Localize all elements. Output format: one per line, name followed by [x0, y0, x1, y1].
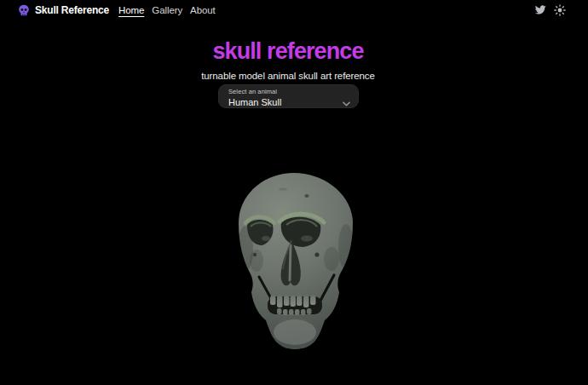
human-skull-model [228, 170, 360, 351]
twitter-link-button[interactable] [534, 5, 546, 15]
hero-section: skull reference turnable model animal sk… [0, 40, 582, 81]
brand[interactable]: Skull Reference [18, 4, 109, 16]
page-subtitle: turnable model animal skull art referenc… [0, 71, 582, 81]
nav-actions [534, 4, 566, 16]
sun-theme-toggle-icon [554, 4, 566, 16]
nav-links: Home Gallery About [118, 5, 216, 15]
top-navbar: Skull Reference Home Gallery About [0, 0, 588, 20]
theme-toggle-button[interactable] [554, 4, 566, 16]
brand-label: Skull Reference [35, 4, 109, 16]
skull-3d-viewer[interactable] [228, 170, 360, 351]
animal-select-value: Human Skull [228, 97, 349, 107]
twitter-icon [534, 5, 546, 15]
animal-select-label: Select an animal [228, 88, 349, 95]
animal-select[interactable]: Select an animal Human Skull [218, 84, 359, 108]
skull-logo-icon [18, 4, 30, 16]
page-title: skull reference [0, 40, 582, 63]
nav-link-home[interactable]: Home [118, 5, 144, 15]
nav-link-gallery[interactable]: Gallery [152, 5, 182, 15]
nav-link-about[interactable]: About [190, 5, 216, 15]
chevron-down-icon [343, 95, 350, 110]
